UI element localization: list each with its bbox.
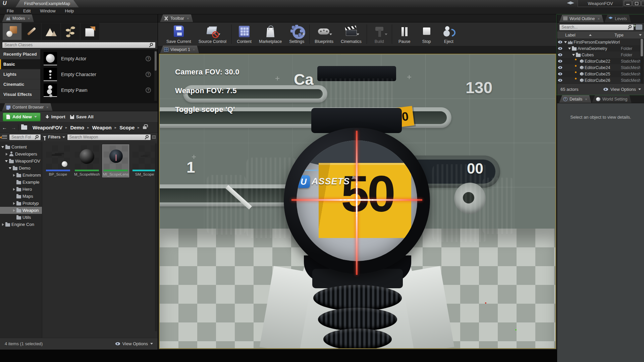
expander-icon[interactable] — [568, 47, 571, 50]
folder-tree-item[interactable]: Weapon — [0, 207, 42, 214]
tab-toolbar[interactable]: Toolbar × — [160, 14, 193, 22]
outliner-scrollbar[interactable] — [640, 39, 643, 83]
visibility-eye-icon[interactable] — [558, 60, 562, 62]
expander-icon[interactable] — [12, 188, 15, 191]
visibility-eye-icon[interactable] — [558, 47, 562, 50]
visibility-eye-icon[interactable] — [558, 79, 562, 81]
toolbar-button[interactable]: Pause — [393, 22, 416, 46]
outliner-search-input[interactable] — [559, 24, 634, 31]
expander-icon[interactable] — [12, 181, 15, 184]
visibility-eye-icon[interactable] — [558, 66, 562, 69]
sources-panel-toggle-icon[interactable] — [2, 135, 7, 139]
expander-icon[interactable] — [576, 79, 579, 82]
chevron-down-icon[interactable] — [329, 34, 332, 35]
folder-tree-item[interactable]: Maps — [0, 193, 42, 200]
actors-scrollbar[interactable] — [154, 51, 157, 101]
close-icon[interactable]: × — [46, 105, 48, 109]
expander-icon[interactable] — [564, 41, 567, 44]
tutorial-cap-icon[interactable] — [567, 1, 574, 4]
tab-levels[interactable]: Levels — [604, 15, 631, 22]
help-icon[interactable]: ? — [146, 56, 151, 61]
save-search-icon[interactable] — [152, 135, 156, 139]
visibility-eye-icon[interactable] — [558, 41, 562, 43]
help-icon[interactable]: ? — [146, 72, 151, 77]
asset-tile[interactable]: SM_Scope — [131, 145, 158, 177]
chevron-down-icon[interactable] — [218, 34, 220, 35]
menu-item[interactable]: Help — [60, 8, 79, 13]
visibility-eye-icon[interactable] — [558, 72, 562, 75]
expander-icon[interactable] — [1, 146, 4, 148]
asset-tile[interactable]: M_ScopeMesh — [74, 145, 100, 177]
close-icon[interactable]: × — [585, 97, 587, 101]
placeable-actor-item[interactable]: Empty Pawn ? — [41, 82, 157, 98]
mode-tool-button[interactable] — [61, 23, 80, 40]
back-button[interactable]: ← — [0, 125, 9, 130]
folder-tree-item[interactable]: Example — [0, 179, 42, 186]
expander-icon[interactable] — [12, 202, 15, 205]
lock-icon[interactable] — [143, 126, 147, 129]
expander-icon[interactable] — [1, 223, 4, 226]
choose-path-folder-icon[interactable] — [21, 125, 27, 130]
mode-tool-button[interactable] — [22, 23, 41, 40]
tab-modes[interactable]: Modes × — [2, 14, 34, 22]
folder-tree-item[interactable]: WeaponFOV — [0, 158, 42, 165]
map-title-tab[interactable]: FirstPersonExampleMap — [15, 0, 79, 7]
toolbar-button[interactable]: Settings — [285, 22, 308, 46]
menu-item[interactable]: File — [2, 8, 18, 13]
toolbar-button[interactable]: Source Control — [195, 22, 230, 46]
close-icon[interactable]: × — [193, 48, 195, 52]
column-header-label[interactable]: Label — [565, 33, 576, 38]
expander-icon[interactable] — [12, 174, 15, 177]
chevron-down-icon[interactable] — [357, 34, 359, 35]
expander-icon[interactable] — [576, 66, 579, 69]
folder-tree-item[interactable]: Environm — [0, 172, 42, 179]
outliner-row[interactable]: EditorCube25 StaticMesh — [557, 71, 644, 77]
folder-tree-item[interactable]: Prototyp — [0, 200, 42, 207]
outliner-row[interactable]: Cubes Folder — [557, 52, 644, 58]
import-button[interactable]: Import — [45, 114, 65, 119]
tab-world-settings[interactable]: World Setting — [592, 95, 632, 103]
expander-icon[interactable] — [12, 209, 15, 212]
expander-icon[interactable] — [576, 73, 579, 75]
outliner-row[interactable]: EditorCube24 StaticMesh — [557, 64, 644, 71]
category-item[interactable]: Recently Placed — [0, 49, 40, 59]
toolbar-button[interactable]: Save Current — [163, 22, 195, 46]
asset-tile[interactable]: BP_Scope — [45, 145, 71, 177]
add-new-button[interactable]: Add New — [3, 113, 41, 121]
close-icon[interactable]: × — [187, 16, 189, 20]
mode-tool-button[interactable] — [3, 23, 21, 40]
asset-tile[interactable]: MI_ScopeLens — [103, 145, 129, 177]
outliner-row[interactable]: ArenaGeometry Folder — [557, 45, 644, 52]
category-item[interactable]: Cinematic — [0, 79, 40, 89]
folder-tree-item[interactable]: Developers — [0, 150, 42, 158]
expander-icon[interactable] — [12, 216, 15, 219]
expander-icon[interactable] — [9, 167, 11, 170]
outliner-row[interactable]: EditorCube26 StaticMesh — [557, 77, 644, 83]
toolbar-button[interactable]: Cinematics — [337, 22, 365, 46]
tab-details[interactable]: Details × — [559, 95, 591, 103]
breadcrumb-item[interactable]: Demo — [70, 125, 84, 130]
breadcrumb-item[interactable]: Scope — [119, 125, 135, 130]
expander-icon[interactable] — [12, 195, 15, 198]
toolbar-button[interactable]: Stop — [416, 22, 438, 46]
toolbar-button[interactable]: Build — [368, 22, 390, 46]
toolbar-button[interactable]: Marketplace — [255, 22, 285, 46]
placeable-actor-item[interactable]: Empty Actor ? — [41, 51, 157, 66]
asset-scrollbar[interactable] — [155, 143, 157, 331]
toolbar-button[interactable]: Content — [233, 22, 255, 46]
expander-icon[interactable] — [5, 153, 8, 156]
viewport-3d-scene[interactable]: Ca 130 1 00 90 — [159, 54, 556, 349]
category-item[interactable]: Lights — [0, 69, 40, 79]
breadcrumb-item[interactable]: WeaponFOV — [33, 125, 62, 130]
visibility-eye-icon[interactable] — [558, 53, 562, 56]
category-item[interactable]: Basic — [0, 59, 40, 69]
folder-tree-item[interactable]: Demo — [0, 165, 42, 172]
chevron-down-icon[interactable] — [639, 34, 642, 36]
expander-icon[interactable] — [572, 54, 575, 56]
chevron-down-icon[interactable] — [385, 34, 387, 35]
forward-button[interactable]: → — [9, 125, 18, 130]
tab-viewport[interactable]: Viewport 1 × — [160, 46, 199, 53]
close-icon[interactable]: × — [28, 16, 30, 20]
tab-content-browser[interactable]: Content Browser × — [2, 103, 53, 111]
folder-tree-item[interactable]: Utils — [0, 214, 42, 221]
